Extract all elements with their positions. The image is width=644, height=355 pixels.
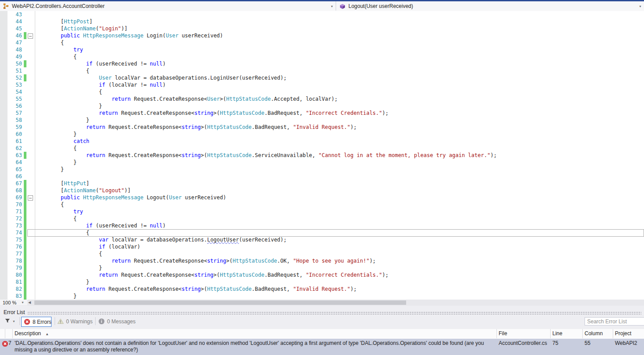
fold-collapse-box[interactable]: [28, 33, 33, 39]
code-line: 49 {: [0, 53, 644, 60]
change-bar: [24, 264, 26, 271]
code-text: public HttpResponseMessage Login(User us…: [35, 32, 223, 39]
change-bar: [24, 257, 26, 264]
code-text: catch: [35, 138, 89, 145]
header-cell-column[interactable]: Column: [583, 329, 613, 338]
code-text: [ActionName("Logout")]: [35, 187, 131, 194]
code-line: 81 }: [0, 278, 644, 285]
code-text: }: [35, 278, 89, 285]
header-cell-line[interactable]: Line: [551, 329, 583, 338]
code-text: }: [35, 166, 64, 173]
code-line: 80 return Request.CreateResponse<string>…: [0, 271, 644, 278]
code-line: 71 try: [0, 208, 644, 215]
code-line: 62 {: [0, 145, 644, 152]
code-line: 47 {: [0, 39, 644, 46]
code-editor[interactable]: 4344 [HttpPost]45 [ActionName("Login")]4…: [0, 11, 644, 300]
error-row[interactable]: 7 'DAL.Operations.Operations' does not c…: [0, 339, 644, 355]
change-bar: [24, 250, 26, 257]
change-bar: [24, 236, 26, 243]
line-number: 44: [7, 18, 22, 25]
code-line: 59 return Request.CreateResponse<string>…: [0, 124, 644, 131]
code-line: 70 {: [0, 201, 644, 208]
fold-collapse-box[interactable]: [28, 195, 33, 201]
code-line: 43: [0, 11, 644, 18]
current-line-highlight: [27, 229, 644, 237]
toolbar-separator: [55, 317, 55, 325]
code-line: 51 {: [0, 67, 644, 74]
horizontal-scrollbar[interactable]: 100 % ▼ ◀: [0, 300, 644, 306]
change-bar: [24, 74, 26, 81]
line-number: 55: [7, 95, 22, 102]
change-bar: [24, 243, 26, 250]
errors-filter-button[interactable]: 8 Errors: [21, 317, 52, 327]
messages-filter-button[interactable]: 0 Messages: [98, 317, 136, 326]
change-bar: [24, 32, 26, 39]
scrollbar-thumb[interactable]: [34, 300, 406, 305]
code-line: 48 try: [0, 46, 644, 53]
line-number: 67: [7, 180, 22, 187]
line-number: 49: [7, 53, 22, 60]
search-error-list-input[interactable]: [585, 317, 644, 326]
warning-icon: [57, 318, 64, 325]
code-text: }: [35, 131, 77, 138]
error-list-panel: Error List ▼ 8 Errors: [0, 306, 644, 355]
line-number: 64: [7, 159, 22, 166]
line-number: 59: [7, 124, 22, 131]
member-dropdown[interactable]: Logout(User userReceived): [339, 1, 413, 11]
chevron-down-icon: ▼: [12, 320, 15, 323]
code-text: return Request.CreateResponse<string>(Ht…: [35, 271, 389, 278]
chevron-down-icon[interactable]: ▼: [639, 5, 642, 8]
zoom-control[interactable]: 100 % ▼: [0, 300, 27, 305]
code-line: 67 [HttpPut]: [0, 180, 644, 187]
scroll-left-arrow-icon[interactable]: ◀: [28, 300, 31, 304]
code-line: 68 [ActionName("Logout")]: [0, 187, 644, 194]
nav-divider: [336, 1, 336, 11]
line-number: 63: [7, 152, 22, 159]
code-line: 75 var localVar = databaseOperations.Log…: [0, 236, 644, 243]
change-bar: [24, 194, 26, 201]
change-bar: [24, 293, 26, 300]
change-bar: [24, 229, 26, 236]
chevron-down-icon[interactable]: ▼: [330, 5, 333, 8]
type-dropdown[interactable]: WebAPI2.Controllers.AccountController: [3, 1, 105, 11]
code-line: 56 }: [0, 102, 644, 110]
messages-count-label: 0 Messages: [107, 318, 136, 325]
line-number: 74: [7, 229, 22, 236]
header-cell-description[interactable]: Description▲: [13, 329, 497, 338]
panel-title: Error List: [4, 309, 25, 315]
line-number: 69: [7, 194, 22, 201]
code-line: 50 if (userReceived != null): [0, 60, 644, 67]
filter-funnel-icon: [4, 318, 11, 325]
code-line: 52 User localVar = databaseOperations.Lo…: [0, 74, 644, 81]
line-number: 80: [7, 271, 22, 278]
error-squiggle-token: LogoutUser: [207, 237, 239, 243]
filter-button[interactable]: ▼: [4, 317, 19, 326]
header-cell-file[interactable]: File: [497, 329, 551, 338]
code-line: 72 {: [0, 215, 644, 222]
toolbar-separator: [19, 317, 20, 325]
code-text: if (localVar): [35, 243, 140, 250]
change-bar: [24, 60, 26, 67]
code-line: 77 {: [0, 250, 644, 257]
errors-count-label: 8 Errors: [33, 319, 52, 325]
line-number: 47: [7, 39, 22, 46]
change-bar: [24, 285, 26, 293]
code-text: if (localVar != null): [35, 81, 166, 88]
header-cell-project[interactable]: Project: [613, 329, 644, 338]
code-line: 61 catch: [0, 138, 644, 145]
code-line: 78 return Request.CreateResponse<string>…: [0, 257, 644, 264]
header-cell-blank[interactable]: [0, 329, 5, 338]
line-number: 62: [7, 145, 22, 152]
line-number: 71: [7, 208, 22, 215]
change-bar: [24, 180, 26, 187]
header-cell-blank[interactable]: [5, 329, 13, 338]
code-text: var localVar = databaseOperations.Logout…: [35, 236, 287, 243]
line-number: 66: [7, 173, 22, 180]
warnings-filter-button[interactable]: 0 Warnings: [57, 317, 93, 326]
code-text: {: [35, 67, 89, 74]
line-number: 72: [7, 215, 22, 222]
code-line: 82 return Request.CreateResponse<string>…: [0, 285, 644, 293]
line-number: 51: [7, 67, 22, 74]
code-line: 46 public HttpResponseMessage Login(User…: [0, 32, 644, 39]
chevron-down-icon[interactable]: ▼: [21, 301, 24, 304]
